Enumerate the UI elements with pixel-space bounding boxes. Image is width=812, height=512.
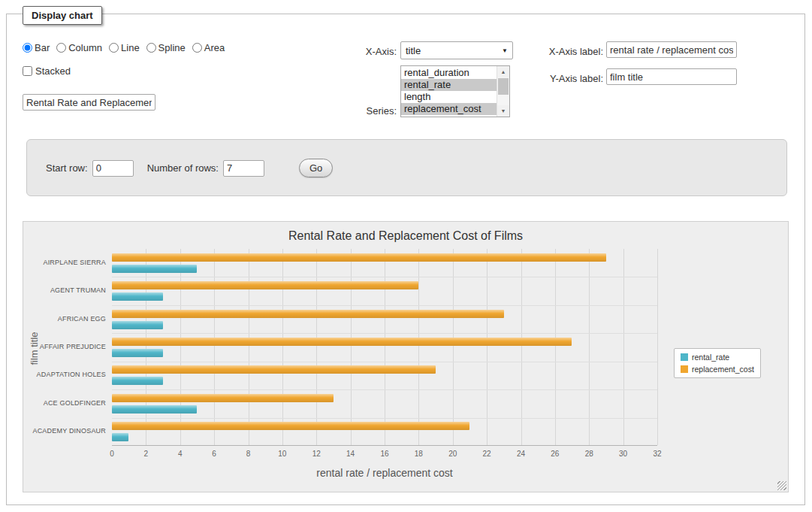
x-tick-label: 4 <box>169 450 192 458</box>
series-option-rental_rate[interactable]: rental_rate <box>401 79 497 91</box>
bar-replacement_cost <box>112 253 606 262</box>
x-gridline <box>351 249 352 445</box>
x-tick-label: 22 <box>475 450 498 458</box>
chart-type-radio-spline[interactable] <box>146 43 156 53</box>
y-gridline <box>112 277 657 277</box>
x-tick-label: 28 <box>578 450 600 458</box>
series-option-length[interactable]: length <box>401 91 497 103</box>
x-gridline <box>657 249 658 445</box>
x-gridline <box>316 249 317 445</box>
bar-replacement_cost <box>112 394 334 402</box>
chart-type-option-bar[interactable]: Bar <box>23 42 50 53</box>
scrollbar-track[interactable] <box>497 77 509 105</box>
chart-type-option-area[interactable]: Area <box>192 42 225 53</box>
bar-rental_rate <box>112 321 163 329</box>
stacked-row: Stacked <box>23 65 71 77</box>
x-tick-label: 26 <box>544 450 566 458</box>
category-label: AFRICAN EGG <box>23 315 106 323</box>
category-label: ADAPTATION HOLES <box>23 371 106 378</box>
chart-type-radio-bar[interactable] <box>23 43 32 53</box>
y-gridline <box>112 362 657 362</box>
y-gridline <box>112 389 657 390</box>
legend-item-rental_rate[interactable]: rental_rate <box>681 353 754 362</box>
chart-type-label: Column <box>68 42 102 53</box>
page: Display chart BarColumnLineSplineArea St… <box>0 0 812 512</box>
bar-replacement_cost <box>112 422 469 430</box>
x-tick-label: 2 <box>134 450 157 458</box>
chart-type-label: Bar <box>35 42 50 53</box>
x-gridline <box>555 249 556 445</box>
category-label: ACADEMY DINOSAUR <box>23 427 106 435</box>
chart-plot-area <box>112 249 657 446</box>
bar-replacement_cost <box>112 338 572 346</box>
scroll-up-icon[interactable]: ▲ <box>497 66 509 77</box>
chart-title: Rental Rate and Replacement Cost of Film… <box>23 229 788 243</box>
chart-type-option-column[interactable]: Column <box>56 42 102 53</box>
chart-type-radio-area[interactable] <box>192 43 202 53</box>
chart-type-option-spline[interactable]: Spline <box>146 42 186 53</box>
y-axis-label-input[interactable] <box>606 68 737 85</box>
scroll-down-icon[interactable]: ▼ <box>497 105 509 117</box>
chart-type-radio-column[interactable] <box>56 43 66 53</box>
bar-rental_rate <box>112 292 163 301</box>
y-axis-label-label: Y-Axis label: <box>533 73 603 84</box>
resize-handle-icon[interactable] <box>777 481 786 490</box>
bar-replacement_cost <box>112 310 504 318</box>
series-scrollbar[interactable]: ▲ ▼ <box>497 66 509 117</box>
row-range-panel: Start row: Number of rows: Go <box>26 139 787 196</box>
chart-type-label: Spline <box>158 42 186 53</box>
chart-title-input[interactable] <box>23 94 155 111</box>
go-button[interactable]: Go <box>299 159 333 177</box>
bar-replacement_cost <box>112 281 418 289</box>
start-row-input[interactable] <box>92 160 134 177</box>
bar-rental_rate <box>112 349 163 357</box>
row-range-controls: Start row: Number of rows: Go <box>46 159 333 177</box>
num-rows-label: Number of rows: <box>147 162 219 174</box>
start-row-label: Start row: <box>46 162 88 174</box>
chart-type-option-line[interactable]: Line <box>109 42 140 53</box>
x-tick-label: 12 <box>305 450 328 458</box>
y-gridline <box>112 305 657 306</box>
series-option-rental_duration[interactable]: rental_duration <box>401 67 497 79</box>
series-listbox[interactable]: rental_durationrental_ratelengthreplacem… <box>400 65 510 117</box>
legend-item-replacement_cost[interactable]: replacement_cost <box>681 365 754 374</box>
category-label: AGENT TRUMAN <box>23 286 106 294</box>
x-tick-label: 32 <box>646 450 669 458</box>
category-label: ACE GOLDFINGER <box>23 399 106 407</box>
x-tick-label: 30 <box>612 450 635 458</box>
bar-rental_rate <box>112 377 163 385</box>
x-tick-label: 6 <box>203 450 225 458</box>
scrollbar-thumb[interactable] <box>498 78 509 95</box>
x-gridline <box>385 249 385 445</box>
x-tick-label: 16 <box>373 450 396 458</box>
x-gridline <box>453 249 454 445</box>
num-rows-input[interactable] <box>223 160 264 177</box>
series-option-replacement_cost[interactable]: replacement_cost <box>401 103 497 115</box>
x-axis-select[interactable]: title ▼ <box>400 41 513 59</box>
chevron-down-icon: ▼ <box>502 47 508 54</box>
y-gridline <box>112 333 657 334</box>
stacked-label: Stacked <box>35 65 71 77</box>
category-label: AIRPLANE SIERRA <box>23 259 106 266</box>
x-gridline <box>214 249 215 445</box>
y-gridline <box>112 418 657 419</box>
x-axis-label-input[interactable] <box>606 41 737 58</box>
x-tick-label: 0 <box>101 450 123 458</box>
x-tick-label: 20 <box>442 450 464 458</box>
x-gridline <box>521 249 522 445</box>
stacked-checkbox[interactable] <box>23 66 32 76</box>
chart-type-radio-line[interactable] <box>109 43 119 53</box>
x-gridline <box>180 249 181 445</box>
legend-label: rental_rate <box>692 353 729 362</box>
x-gridline <box>589 249 590 445</box>
x-gridline <box>418 249 419 445</box>
x-gridline <box>487 249 488 445</box>
bar-rental_rate <box>112 265 197 273</box>
chart-x-axis-title: rental rate / replacement cost <box>112 467 657 479</box>
x-axis-select-label: X-Axis: <box>331 46 397 57</box>
x-gridline <box>282 249 283 445</box>
series-listbox-label: Series: <box>331 105 397 117</box>
x-gridline <box>146 249 146 445</box>
x-tick-label: 10 <box>271 450 294 458</box>
chart-type-label: Line <box>121 42 140 53</box>
